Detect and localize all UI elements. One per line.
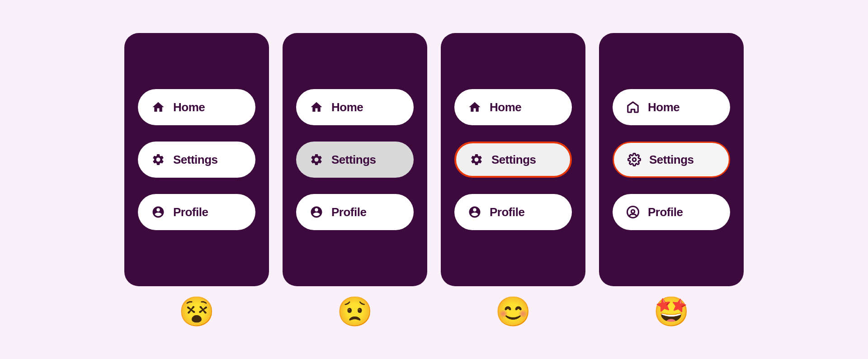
home-button-2[interactable]: Home [296,89,414,125]
home-button-1[interactable]: Home [138,89,255,125]
settings-button-3[interactable]: Settings [454,142,572,178]
profile-label-4: Profile [648,205,683,219]
home-label-1: Home [173,100,205,114]
profile-button-1[interactable]: Profile [138,194,255,230]
panel-wrapper-2: Home Settings Profile 😟 [283,33,427,326]
settings-button-1[interactable]: Settings [138,142,255,178]
home-button-4[interactable]: Home [613,89,730,125]
profile-button-4[interactable]: Profile [613,194,730,230]
home-icon-1 [151,100,165,114]
svg-point-0 [632,158,636,161]
profile-icon-4 [626,205,640,219]
settings-label-2: Settings [331,153,376,167]
gear-icon-2 [310,153,323,166]
gear-icon-3 [470,153,483,166]
emoji-4: 🤩 [653,297,689,326]
settings-label-3: Settings [491,153,536,167]
home-icon-4 [626,100,640,114]
phone-card-3: Home Settings Profile [441,33,585,286]
home-label-3: Home [490,100,521,114]
phone-card-2: Home Settings Profile [283,33,427,286]
panel-wrapper-3: Home Settings Profile 😊 [441,33,585,326]
home-label-4: Home [648,100,679,114]
profile-icon-1 [151,205,165,219]
profile-button-2[interactable]: Profile [296,194,414,230]
profile-label-1: Profile [173,205,208,219]
settings-label-4: Settings [649,153,694,167]
home-label-2: Home [331,100,363,114]
gear-icon-4 [627,153,641,166]
profile-button-3[interactable]: Profile [454,194,572,230]
home-icon-2 [310,100,323,114]
profile-label-2: Profile [331,205,366,219]
panel-wrapper-4: Home Settings [599,33,744,326]
panels-container: Home Settings Profile 😵 [97,19,771,340]
home-button-3[interactable]: Home [454,89,572,125]
settings-button-4[interactable]: Settings [613,142,730,178]
gear-icon-1 [151,153,165,166]
home-icon-3 [468,100,481,114]
phone-card-1: Home Settings Profile [124,33,269,286]
emoji-1: 😵 [179,297,215,326]
profile-label-3: Profile [490,205,524,219]
panel-wrapper-1: Home Settings Profile 😵 [124,33,269,326]
emoji-2: 😟 [337,297,373,326]
profile-icon-2 [310,205,323,219]
phone-card-4: Home Settings [599,33,744,286]
settings-label-1: Settings [173,153,218,167]
settings-button-2[interactable]: Settings [296,142,414,178]
emoji-3: 😊 [495,297,531,326]
profile-icon-3 [468,205,481,219]
